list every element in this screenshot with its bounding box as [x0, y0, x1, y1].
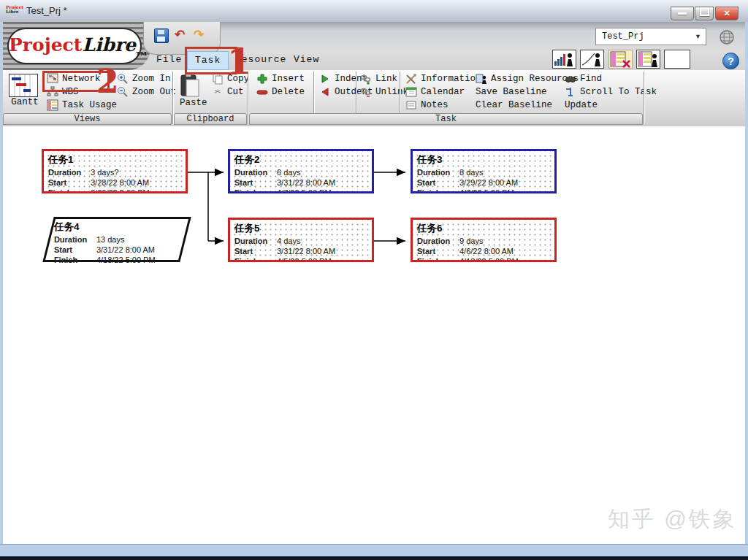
group-label-views: Views — [3, 113, 172, 125]
paste-icon — [180, 73, 200, 98]
task-node-4[interactable]: 任务4 Duration13 days Start3/31/22 8:00 AM… — [42, 217, 191, 262]
start-label: Start — [48, 177, 91, 188]
app-icon: ProjectLibre — [6, 5, 22, 17]
start-label: Start — [54, 245, 96, 255]
notes-button[interactable]: Notes — [405, 99, 449, 112]
task-node-1[interactable]: 任务1 Duration3 days? Start3/28/22 8:00 AM… — [42, 149, 188, 193]
histogram-person-icon — [553, 50, 576, 68]
finish-value: 3/30/22 5:00 PM — [91, 188, 150, 193]
start-label: Start — [234, 177, 277, 188]
link-label: Link — [375, 74, 397, 84]
line-chart-person-icon — [581, 50, 603, 68]
task-node-5[interactable]: 任务5 Duration4 days Start3/31/22 8:00 AM … — [228, 218, 374, 262]
find-button[interactable]: Find — [565, 72, 602, 85]
finish-label: Finish — [234, 188, 277, 193]
link-button[interactable]: Link — [360, 72, 397, 85]
link-icon — [360, 73, 372, 85]
task-usage-label: Task Usage — [62, 100, 117, 110]
task-title: 任务6 — [417, 222, 550, 235]
delete-label: Delete — [272, 87, 305, 97]
group-divider — [172, 72, 173, 124]
annotation-step-2: 2 — [96, 63, 119, 100]
notes-label: Notes — [421, 100, 449, 110]
window-frame-left — [0, 22, 3, 556]
tab-file[interactable]: File — [149, 51, 189, 69]
group-views: Gantt 2 Network WBS Task Usage Zoom In — [3, 70, 172, 126]
chart-view-button[interactable] — [580, 50, 604, 69]
finish-value: 4/7/22 5:00 PM — [459, 188, 514, 193]
project-selector[interactable]: Test_Prj ▼ — [595, 28, 706, 45]
task-title: 任务2 — [234, 153, 367, 166]
information-button[interactable]: Information — [405, 72, 481, 85]
task-node-6[interactable]: 任务6 Duration9 days Start4/6/22 8:00 AM F… — [411, 218, 557, 262]
information-label: Information — [421, 74, 481, 84]
start-value: 3/31/22 8:00 AM — [277, 246, 335, 256]
task-node-2[interactable]: 任务2 Duration6 days Start3/31/22 8:00 AM … — [228, 149, 374, 193]
calendar-icon — [405, 86, 417, 98]
help-button[interactable]: ? — [722, 53, 739, 69]
tab-view[interactable]: View — [286, 51, 327, 69]
close-button[interactable]: ✕ — [715, 7, 739, 20]
finish-label: Finish — [417, 256, 459, 262]
duration-label: Duration — [417, 236, 459, 246]
desktop-edge — [0, 556, 748, 560]
assign-resources-icon — [476, 73, 487, 85]
duration-label: Duration — [417, 167, 459, 177]
ribbon-toolbar: Gantt 2 Network WBS Task Usage Zoom In — [3, 70, 745, 127]
assign-resources-button[interactable]: Assign Resources — [476, 72, 579, 85]
project-selector-value: Test_Prj — [602, 31, 644, 42]
zoom-in-label: Zoom In — [132, 74, 171, 84]
duration-label: Duration — [48, 167, 91, 177]
gantt-button[interactable]: Gantt — [9, 74, 41, 107]
task-usage-button[interactable]: Task Usage — [47, 99, 117, 112]
finish-label: Finish — [234, 256, 277, 262]
copy-icon — [212, 73, 224, 85]
table-person-view-button[interactable] — [636, 50, 660, 69]
paste-button[interactable]: Paste — [180, 73, 206, 108]
zoom-in-button[interactable]: Zoom In — [117, 72, 171, 85]
group-label-clipboard: Clipboard — [174, 113, 247, 125]
undo-button[interactable]: ↶ — [173, 28, 186, 42]
duration-value: 8 days — [459, 167, 483, 177]
minimize-button[interactable] — [671, 7, 694, 20]
table-close-view-button[interactable] — [608, 50, 633, 69]
start-label: Start — [234, 246, 277, 256]
zoom-out-button[interactable]: Zoom Out — [117, 85, 176, 99]
globe-icon[interactable] — [719, 29, 735, 45]
task-node-3[interactable]: 任务3 Duration8 days Start3/29/22 8:00 AM … — [411, 149, 557, 193]
find-label: Find — [580, 74, 602, 84]
annotation-step-1: 1 — [227, 41, 251, 82]
group-divider — [644, 72, 644, 124]
start-value: 3/28/22 8:00 AM — [91, 177, 149, 188]
save-button[interactable] — [154, 28, 169, 43]
task-title: 任务5 — [234, 222, 367, 235]
chevron-down-icon: ▼ — [695, 33, 701, 40]
finish-value: 4/18/22 5:00 PM — [96, 255, 156, 265]
maximize-button[interactable] — [695, 7, 714, 20]
gantt-icon — [9, 74, 38, 97]
scroll-to-task-icon — [565, 86, 576, 98]
minimize-icon — [678, 12, 687, 15]
maximize-icon — [700, 7, 709, 16]
clear-baseline-button[interactable]: Clear Baseline — [476, 99, 552, 112]
paste-label: Paste — [180, 98, 206, 108]
redo-button[interactable]: ↷ — [192, 28, 205, 42]
histogram-view-button[interactable] — [552, 50, 576, 69]
unlink-label: Unlink — [375, 87, 408, 97]
zoom-out-label: Zoom Out — [132, 87, 176, 97]
duration-value: 4 days — [277, 236, 300, 246]
application-window: ProjectLibre Test_Prj * ✕ ProjectLibreTM… — [0, 0, 748, 560]
finish-label: Finish — [417, 188, 459, 193]
insert-button[interactable]: Insert — [256, 72, 305, 85]
update-button[interactable]: Update — [565, 99, 598, 112]
empty-view-button[interactable] — [664, 50, 690, 69]
unlink-button[interactable]: Unlink — [360, 85, 408, 99]
save-baseline-button[interactable]: Save Baseline — [476, 85, 547, 99]
calendar-button[interactable]: Calendar — [405, 85, 465, 99]
duration-value: 13 days — [96, 234, 125, 245]
cut-button[interactable]: ✂ Cut — [212, 85, 244, 99]
delete-button[interactable]: Delete — [256, 85, 305, 99]
start-value: 4/6/22 8:00 AM — [459, 246, 514, 256]
start-label: Start — [417, 177, 459, 188]
information-icon — [405, 73, 417, 85]
